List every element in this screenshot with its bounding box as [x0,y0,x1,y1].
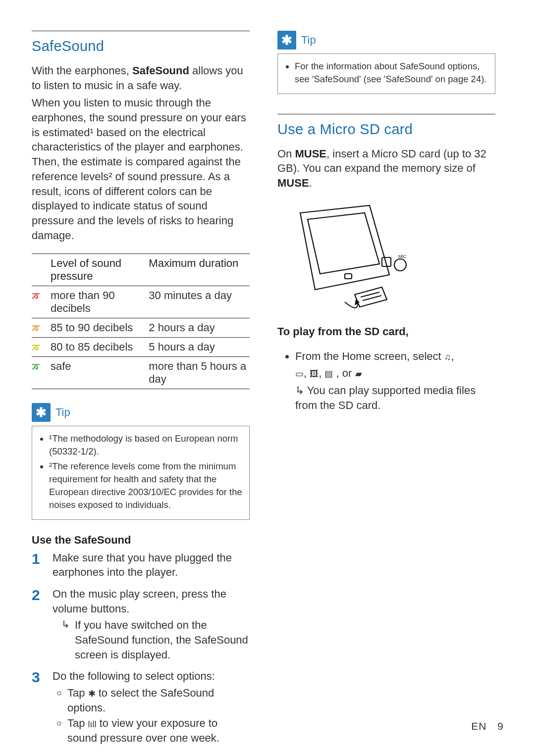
col-header: Maximum duration [149,254,250,286]
result-text: You can play supported media files from … [295,384,476,411]
text-bold: MUSE [295,148,326,160]
tip-item: For the information about SafeSound opti… [295,60,488,86]
steps-list: 1 Make sure that you have plugged the ea… [32,551,250,747]
text-bold: MUSE [277,177,309,189]
result-arrow-icon: ↳ [61,618,70,662]
text: Tap [67,687,88,699]
cell: 5 hours a day [149,338,250,357]
tip-label: Tip [301,34,316,47]
device-illustration: MIC [280,201,495,311]
tip-item: ²The reference levels come from the mini… [49,460,242,511]
lang-code: EN [471,720,486,732]
list-item: Tap lıll to view your exposure to sound … [67,716,250,745]
step-number: 1 [32,551,45,580]
text-bold: SafeSound [75,634,129,646]
list-item: From the Home screen, select ♫, ▭, 🖾, ▤ … [295,349,495,413]
text: screen is displayed. [75,649,170,661]
text: , [451,350,454,362]
tip-label: Tip [55,406,70,419]
cell: 85 to 90 decibels [51,318,149,338]
text: From the Home screen, select [295,350,444,362]
col-header: Level of sound pressure [51,254,149,286]
heading-sd-card: Use a Micro SD card [277,121,495,138]
table-row: ꯍ safe more than 5 hours a day [32,357,250,389]
table-row: ꯍ 85 to 90 decibels 2 hours a day [32,318,250,338]
ear-icon: ꯍ [32,343,41,352]
heading-use-safesound: Use the SafeSound [32,534,250,547]
list-item: Tap ✱ to select the SafeSound options. [67,686,250,715]
sound-pressure-table: Level of sound pressure Maximum duration… [32,253,250,389]
page-number: 9 [497,720,503,732]
text-bold: SafeSound [160,687,214,699]
play-list: From the Home screen, select ♫, ▭, 🖾, ▤ … [277,349,495,413]
ear-icon: ꯍ [32,292,41,301]
text-icon: ▤ [324,368,333,380]
asterisk-icon: ✱ [32,403,51,422]
gear-icon: ✱ [88,688,96,700]
svg-marker-1 [308,213,379,274]
tip-badge: ✱ Tip [32,403,70,422]
svg-marker-6 [355,287,387,307]
text: options. [67,702,106,714]
video-icon: ▭ [295,368,304,380]
tip-item: ¹The methodology is based on European no… [49,432,242,458]
cell: more than 90 decibels [51,286,149,318]
text: function, the [129,634,194,646]
svg-rect-2 [345,274,352,279]
step-number: 3 [32,669,45,746]
cell: 80 to 85 decibels [51,338,149,357]
asterisk-icon: ✱ [277,31,296,50]
folder-icon: ▰ [355,368,362,380]
step-text: On the music play screen, press the volu… [53,587,250,662]
step-number: 2 [32,587,45,662]
music-icon: ♫ [444,351,451,363]
tip-badge: ✱ Tip [277,31,316,50]
table-row: ꯍ more than 90 decibels 30 minutes a day [32,286,250,318]
text: On [277,148,295,160]
svg-text:MIC: MIC [398,254,407,259]
picture-icon: 🖾 [310,368,319,380]
cell: 2 hours a day [149,318,250,338]
text: If you have switched on the [75,619,207,631]
text: On the music play screen, press the volu… [53,588,226,615]
text: With the earphones, [32,64,132,77]
text-bold: SafeSound [132,64,189,77]
ear-icon: ꯍ [32,324,41,333]
text: to select the [96,687,160,699]
bars-icon: lıll [88,718,97,730]
sd-intro: On MUSE, insert a Micro SD card (up to 3… [277,147,495,191]
heading-play-sd: To play from the SD card, [277,325,495,338]
tip-box: ¹The methodology is based on European no… [32,426,250,519]
heading-safesound: SafeSound [32,38,250,54]
safesound-intro: With the earphones, SafeSound allows you… [32,63,250,93]
text: . [309,177,312,189]
page-footer: EN 9 [471,720,503,732]
text-bold: SafeSound [194,634,248,646]
ear-icon: ꯍ [32,362,41,371]
step-text: Do the following to select options: Tap … [53,669,250,746]
safesound-explain: When you listen to music through the ear… [32,96,250,243]
result-arrow-icon: ↳ [295,384,304,397]
table-row: ꯍ 80 to 85 decibels 5 hours a day [32,338,250,357]
cell: more than 5 hours a day [149,357,250,389]
cell: 30 minutes a day [149,286,250,318]
text: Do the following to select options: [53,670,215,682]
svg-point-4 [394,259,406,271]
tip-box: For the information about SafeSound opti… [277,53,495,94]
text: Tap [67,717,88,729]
text: , or [336,367,355,379]
step-text: Make sure that you have plugged the earp… [53,551,250,580]
result-text: If you have switched on the SafeSound fu… [75,618,250,662]
cell: safe [51,357,149,389]
